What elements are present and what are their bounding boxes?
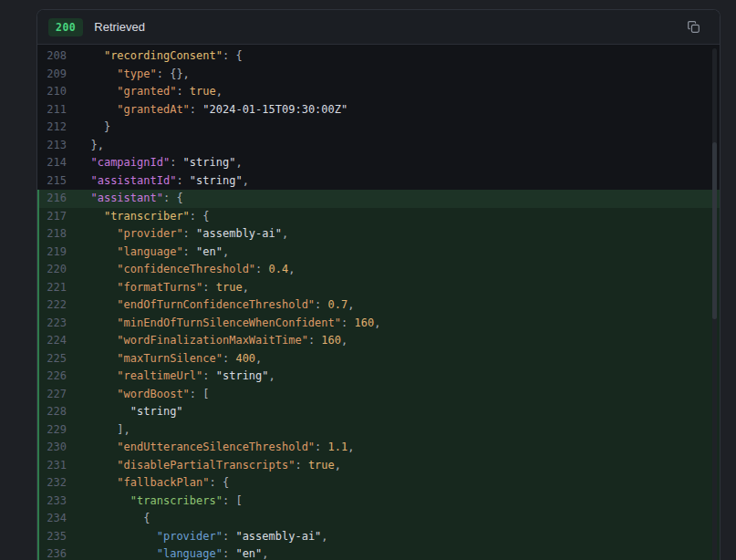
code-text: } xyxy=(78,119,110,137)
copy-button[interactable] xyxy=(681,16,705,39)
json-token: : [ xyxy=(223,494,243,507)
code-text: { xyxy=(78,510,150,528)
json-token: , xyxy=(269,369,275,382)
code-line: 215 "assistantId": "string", xyxy=(37,172,720,191)
code-text: "provider": "assembly-ai", xyxy=(78,225,288,244)
json-token: , xyxy=(335,459,341,472)
code-text: "assistant": { xyxy=(78,190,183,208)
line-number: 226 xyxy=(37,368,78,386)
line-number: 208 xyxy=(37,47,78,66)
line-number: 222 xyxy=(37,296,78,315)
json-token: : xyxy=(223,352,235,365)
json-token: "assembly-ai" xyxy=(196,227,282,240)
json-token: : {}, xyxy=(157,67,190,80)
json-token: true xyxy=(216,281,243,294)
code-text: "assistantId": "string", xyxy=(78,172,249,191)
line-number: 220 xyxy=(37,261,78,279)
json-token: "granted" xyxy=(117,85,176,98)
json-token: "string" xyxy=(183,156,236,169)
line-number: 235 xyxy=(37,528,78,546)
line-number: 211 xyxy=(37,101,78,119)
json-token: "recordingConsent" xyxy=(104,49,223,62)
line-number: 218 xyxy=(37,225,78,244)
json-token: : xyxy=(223,547,235,560)
json-token: "endUtteranceSilenceThreshold" xyxy=(117,441,315,453)
code-line: 219 "language": "en", xyxy=(37,244,720,262)
code-line: 222 "endOfTurnConfidenceThreshold": 0.7, xyxy=(37,296,720,315)
json-token: "string" xyxy=(190,174,243,187)
code-text: "string" xyxy=(78,403,183,421)
code-text: "provider": "assembly-ai", xyxy=(78,528,328,546)
json-token: true xyxy=(190,85,216,98)
json-token: : xyxy=(202,281,215,294)
json-token: } xyxy=(104,120,110,133)
json-token: "transcriber" xyxy=(104,210,190,223)
code-text: "disablePartialTranscripts": true, xyxy=(78,457,341,475)
line-number: 231 xyxy=(37,457,78,475)
scrollbar-track[interactable] xyxy=(712,48,717,560)
code-text: "language": "en", xyxy=(78,545,269,560)
code-line: 216 "assistant": { xyxy=(37,190,720,208)
line-number: 214 xyxy=(37,154,78,172)
code-line: 231 "disablePartialTranscripts": true, xyxy=(37,457,720,475)
json-token: "language" xyxy=(157,547,223,560)
json-token: }, xyxy=(90,139,103,151)
json-token: "wordBoost" xyxy=(117,388,189,400)
json-token: : xyxy=(308,334,321,347)
json-token: , xyxy=(321,530,327,543)
scrollbar-thumb[interactable] xyxy=(712,142,717,319)
json-token: "string" xyxy=(130,405,183,418)
json-token: : xyxy=(183,227,196,240)
code-text: "transcribers": [ xyxy=(78,493,243,511)
code-line: 227 "wordBoost": [ xyxy=(37,386,720,404)
json-token: , xyxy=(374,316,380,329)
code-text: }, xyxy=(78,137,104,155)
code-text: "confidenceThreshold": 0.4, xyxy=(78,261,295,279)
line-number: 232 xyxy=(37,474,78,493)
code-line: 218 "provider": "assembly-ai", xyxy=(37,225,720,244)
code-line: 235 "provider": "assembly-ai", xyxy=(37,528,720,546)
json-token: 160 xyxy=(321,334,341,347)
code-text: ], xyxy=(78,421,130,440)
json-token: 400 xyxy=(235,352,255,365)
json-token: "endOfTurnConfidenceThreshold" xyxy=(117,298,315,311)
code-text: "recordingConsent": { xyxy=(78,47,243,66)
json-token: "minEndOfTurnSilenceWhenConfident" xyxy=(117,316,341,329)
json-token: "disablePartialTranscripts" xyxy=(117,459,295,472)
json-token: : xyxy=(176,174,189,187)
code-line: 211 "grantedAt": "2024-01-15T09:30:00Z" xyxy=(37,101,720,119)
json-token: : xyxy=(223,530,235,543)
json-token: "formatTurns" xyxy=(117,281,202,294)
json-token: "fallbackPlan" xyxy=(117,476,209,489)
json-token: : xyxy=(295,459,307,472)
json-token: true xyxy=(308,459,335,472)
code-text: "endUtteranceSilenceThreshold": 1.1, xyxy=(78,439,354,457)
status-code-badge: 200 xyxy=(48,18,83,36)
response-panel: 200 Retrieved 208 "recordingConsent": {2… xyxy=(36,9,720,560)
json-token: "grantedAt" xyxy=(117,103,189,116)
json-token: 0.4 xyxy=(269,263,289,275)
json-token: "assembly-ai" xyxy=(235,530,321,543)
line-number: 223 xyxy=(37,315,78,333)
json-token: "type" xyxy=(117,67,156,80)
json-token: "maxTurnSilence" xyxy=(117,352,223,365)
code-scroll-area[interactable]: 208 "recordingConsent": {209 "type": {},… xyxy=(37,45,720,560)
line-number: 228 xyxy=(37,403,78,421)
json-token: "assistantId" xyxy=(90,174,176,187)
line-number: 229 xyxy=(37,421,78,440)
code-text: "transcriber": { xyxy=(78,208,210,226)
code-line: 234 { xyxy=(37,510,720,528)
code-line: 230 "endUtteranceSilenceThreshold": 1.1, xyxy=(37,439,720,457)
json-token: : xyxy=(315,441,327,453)
json-token: "en" xyxy=(235,547,262,560)
code-line: 226 "realtimeUrl": "string", xyxy=(37,368,720,386)
json-token: , xyxy=(243,281,249,294)
json-token: , xyxy=(223,245,229,258)
status-label: Retrieved xyxy=(94,20,145,34)
json-token: : xyxy=(255,263,268,275)
copy-icon xyxy=(687,20,700,34)
line-number: 224 xyxy=(37,332,78,350)
code-text: "grantedAt": "2024-01-15T09:30:00Z" xyxy=(78,101,347,119)
json-token: : { xyxy=(210,476,230,489)
json-token: 0.7 xyxy=(328,298,348,311)
